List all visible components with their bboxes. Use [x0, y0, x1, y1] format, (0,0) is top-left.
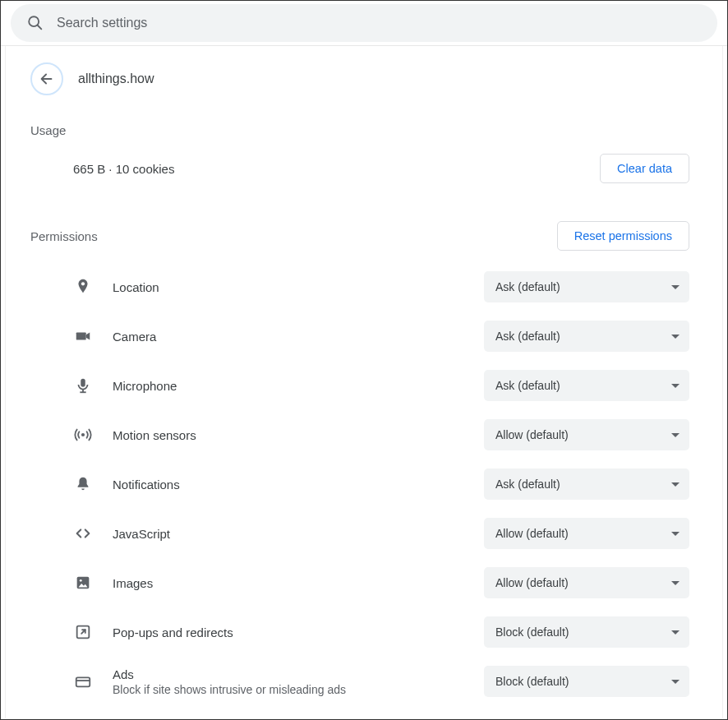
permission-label: Ads	[113, 667, 464, 681]
permission-select[interactable]: Allow (default)	[484, 567, 689, 598]
permission-row: AdsBlock if site shows intrusive or misl…	[73, 657, 689, 706]
chevron-down-icon	[671, 433, 680, 437]
camera-icon	[73, 326, 93, 346]
permission-select-value: Ask (default)	[495, 478, 560, 491]
permission-select-value: Ask (default)	[495, 280, 560, 293]
ads-icon	[73, 672, 93, 691]
permission-label-area: Motion sensors	[113, 428, 464, 442]
site-settings-content: allthings.how Usage 665 B · 10 cookies C…	[5, 46, 723, 718]
permission-select-value: Block (default)	[495, 675, 569, 688]
search-bar[interactable]	[11, 4, 717, 42]
permission-row: MicrophoneAsk (default)	[73, 361, 689, 410]
images-icon	[73, 573, 93, 593]
chevron-down-icon	[671, 680, 680, 684]
page-header: allthings.how	[30, 62, 689, 95]
reset-permissions-button[interactable]: Reset permissions	[557, 221, 689, 251]
permission-label: Location	[113, 280, 464, 294]
permission-select-value: Block (default)	[495, 625, 569, 639]
permission-label-area: Camera	[113, 330, 464, 344]
usage-row: 665 B · 10 cookies Clear data	[30, 137, 689, 208]
permission-select[interactable]: Block (default)	[484, 616, 689, 648]
permission-label-area: AdsBlock if site shows intrusive or misl…	[113, 667, 464, 696]
permissions-list: LocationAsk (default)CameraAsk (default)…	[30, 262, 689, 706]
permission-row: NotificationsAsk (default)	[73, 459, 689, 509]
permission-select[interactable]: Ask (default)	[484, 370, 689, 401]
permission-select[interactable]: Ask (default)	[484, 271, 689, 302]
search-input[interactable]	[57, 16, 703, 30]
permission-label-area: JavaScript	[113, 527, 464, 541]
permissions-header-row: Permissions Reset permissions	[30, 221, 689, 251]
permission-select[interactable]: Allow (default)	[484, 518, 689, 549]
location-icon	[73, 277, 93, 297]
permission-select-value: Ask (default)	[495, 330, 560, 343]
permission-select[interactable]: Ask (default)	[484, 468, 689, 500]
popups-icon	[73, 622, 93, 642]
permission-label: Images	[113, 576, 464, 590]
permission-row: Motion sensorsAllow (default)	[73, 410, 689, 459]
motion-sensors-icon	[73, 425, 93, 445]
permission-select-value: Allow (default)	[495, 527, 569, 540]
microphone-icon	[73, 376, 93, 395]
permission-label-area: Pop-ups and redirects	[113, 625, 464, 639]
clear-data-button[interactable]: Clear data	[600, 154, 689, 183]
permission-row: Pop-ups and redirectsBlock (default)	[73, 607, 689, 657]
permission-row: JavaScriptAllow (default)	[73, 509, 689, 558]
permission-row: LocationAsk (default)	[73, 262, 689, 312]
chevron-down-icon	[671, 532, 680, 536]
permission-label: Camera	[113, 330, 464, 344]
permission-label-area: Location	[113, 280, 464, 294]
usage-summary: 665 B · 10 cookies	[73, 162, 174, 176]
permission-row: CameraAsk (default)	[73, 312, 689, 361]
permission-select[interactable]: Allow (default)	[484, 419, 689, 450]
chevron-down-icon	[671, 384, 680, 388]
permission-select-value: Allow (default)	[495, 428, 569, 441]
chevron-down-icon	[671, 630, 680, 635]
arrow-left-icon	[38, 70, 56, 88]
usage-heading: Usage	[30, 123, 689, 137]
permission-select[interactable]: Block (default)	[484, 666, 689, 697]
permission-sublabel: Block if site shows intrusive or mislead…	[113, 683, 464, 696]
javascript-icon	[73, 524, 93, 543]
chevron-down-icon	[671, 482, 680, 487]
permission-label: Pop-ups and redirects	[113, 625, 464, 639]
page-title: allthings.how	[78, 72, 154, 86]
permission-label: Motion sensors	[113, 428, 464, 442]
permission-row: ImagesAllow (default)	[73, 558, 689, 607]
permission-label-area: Microphone	[113, 379, 464, 393]
search-icon	[25, 13, 45, 33]
permission-select-value: Allow (default)	[495, 576, 569, 589]
chevron-down-icon	[671, 285, 680, 289]
chevron-down-icon	[671, 335, 680, 339]
permission-select[interactable]: Ask (default)	[484, 321, 689, 352]
permission-label: Notifications	[113, 478, 464, 492]
permission-label: Microphone	[113, 379, 464, 393]
permission-select-value: Ask (default)	[495, 379, 560, 392]
notifications-icon	[73, 474, 93, 494]
permission-label: JavaScript	[113, 527, 464, 541]
back-button[interactable]	[30, 62, 63, 95]
chevron-down-icon	[671, 581, 680, 585]
permission-label-area: Images	[113, 576, 464, 590]
permission-label-area: Notifications	[113, 478, 464, 492]
search-bar-container	[1, 1, 727, 46]
permissions-heading: Permissions	[30, 229, 98, 243]
